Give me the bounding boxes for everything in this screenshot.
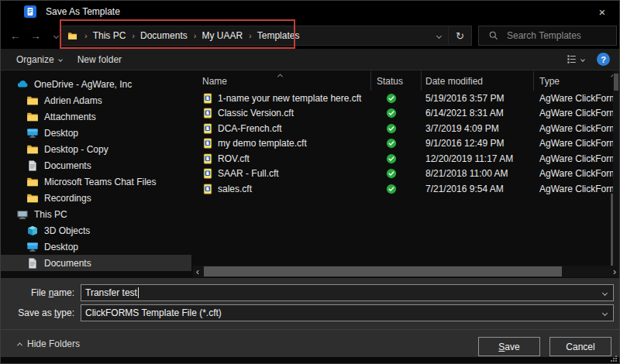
sidebar-item[interactable]: Attachments bbox=[1, 108, 191, 125]
date-modified: 3/7/2019 4:09 PM bbox=[422, 123, 534, 134]
sidebar-item[interactable]: Documents bbox=[1, 157, 191, 173]
sidebar-item[interactable]: Documents bbox=[1, 255, 191, 271]
synced-status-icon bbox=[386, 138, 397, 149]
breadcrumb-item[interactable]: This PC bbox=[93, 30, 126, 41]
breadcrumb-item[interactable]: Documents bbox=[140, 30, 188, 41]
date-modified: 8/21/2018 11:00 AM bbox=[422, 168, 534, 179]
horizontal-scrollbar-thumb[interactable] bbox=[204, 266, 562, 276]
sidebar-item-label: OneDrive - AgWare, Inc bbox=[34, 79, 132, 90]
file-name: DCA-French.cft bbox=[218, 123, 282, 134]
organize-button[interactable]: Organize bbox=[1, 49, 70, 70]
column-header-name[interactable]: Name bbox=[193, 71, 371, 91]
horizontal-scrollbar[interactable]: ‹ › bbox=[193, 266, 619, 277]
cft-file-icon bbox=[202, 123, 213, 134]
file-type: AgWare ClickForm... bbox=[534, 138, 613, 149]
sidebar-item[interactable]: Recordings bbox=[1, 190, 191, 206]
cft-file-icon bbox=[202, 108, 213, 118]
cft-file-icon bbox=[202, 153, 213, 164]
text-cursor bbox=[138, 287, 139, 298]
synced-status-icon bbox=[386, 93, 397, 104]
table-row[interactable]: Classic Version.cft 6/14/2021 8:31 AM Ag… bbox=[193, 106, 613, 122]
breadcrumb-item[interactable]: Templates bbox=[257, 30, 300, 41]
scroll-right-icon[interactable]: › bbox=[610, 266, 619, 277]
date-modified: 7/21/2016 9:54 AM bbox=[422, 184, 534, 194]
table-row[interactable]: sales.cft 7/21/2016 9:54 AM AgWare Click… bbox=[193, 181, 613, 197]
column-header-type[interactable]: Type bbox=[534, 71, 615, 91]
breadcrumb-separator: › bbox=[249, 31, 252, 40]
search-box[interactable] bbox=[478, 26, 617, 46]
column-header-date-modified[interactable]: Date modified bbox=[422, 71, 534, 91]
synced-status-icon bbox=[386, 153, 397, 164]
table-row[interactable]: ROV.cft 12/20/2019 11:17 AM AgWare Click… bbox=[193, 151, 613, 167]
help-button[interactable]: ? bbox=[597, 53, 610, 66]
window-title: Save As Template bbox=[46, 6, 120, 17]
column-header-status[interactable]: Status bbox=[371, 71, 422, 91]
file-name: Classic Version.cft bbox=[218, 108, 294, 118]
address-bar[interactable]: › This PC › Documents › My UAAR › bbox=[60, 26, 472, 46]
file-type: AgWare ClickForm... bbox=[534, 168, 613, 179]
cancel-button[interactable]: Cancel bbox=[549, 337, 611, 356]
date-modified: 12/20/2019 11:17 AM bbox=[422, 153, 534, 164]
sidebar-item[interactable]: Desktop bbox=[1, 239, 191, 255]
synced-status-icon bbox=[386, 184, 397, 194]
sidebar-item-icon bbox=[26, 143, 39, 156]
breadcrumb-item[interactable]: My UAAR bbox=[202, 30, 243, 41]
cft-file-icon bbox=[202, 93, 213, 104]
sidebar-item[interactable]: Adrien Adams bbox=[1, 92, 191, 108]
address-dropdown-chevron-icon[interactable] bbox=[429, 26, 448, 45]
save-options-panel: File name: Transfer test Save as type: C… bbox=[1, 278, 619, 329]
scroll-left-icon[interactable]: ‹ bbox=[193, 266, 202, 277]
app-icon bbox=[24, 5, 36, 18]
file-name: SAAR - Full.cft bbox=[218, 168, 279, 179]
change-view-button[interactable] bbox=[566, 53, 584, 65]
save-as-type-dropdown-chevron-icon[interactable] bbox=[602, 311, 608, 316]
sidebar-item-icon bbox=[26, 94, 39, 107]
cft-file-icon bbox=[202, 138, 213, 149]
new-folder-button[interactable]: New folder bbox=[70, 49, 129, 70]
file-name-input[interactable]: Transfer test bbox=[81, 284, 614, 301]
sidebar-item[interactable]: 3D Objects bbox=[1, 222, 191, 239]
file-name-value: Transfer test bbox=[85, 287, 137, 298]
forward-icon[interactable]: → bbox=[27, 26, 44, 45]
file-rows: 1-name your new template here.cft 5/19/2… bbox=[193, 91, 613, 266]
command-bar: Organize New folder ? bbox=[1, 49, 619, 70]
sidebar-item-label: Desktop bbox=[44, 128, 78, 139]
table-row[interactable]: SAAR - Full.cft 8/21/2018 11:00 AM AgWar… bbox=[193, 167, 613, 182]
back-icon[interactable]: ← bbox=[7, 26, 24, 45]
close-icon[interactable]: × bbox=[585, 1, 619, 22]
file-name-dropdown-chevron-icon[interactable] bbox=[602, 290, 608, 296]
sidebar-item-icon bbox=[26, 225, 39, 237]
resize-grip-icon[interactable] bbox=[610, 355, 618, 362]
search-input[interactable] bbox=[505, 29, 598, 42]
table-row[interactable]: my demo template.cft 9/1/2016 12:49 PM A… bbox=[193, 136, 613, 152]
save-as-type-value: ClickFORMS Template File (*.cft) bbox=[85, 307, 222, 318]
title-bar: Save As Template × bbox=[1, 1, 619, 22]
sidebar-item-label: Desktop - Copy bbox=[44, 144, 108, 155]
file-name: sales.cft bbox=[218, 184, 252, 194]
refresh-icon[interactable]: ↻ bbox=[448, 26, 471, 45]
file-type: AgWare ClickForm... bbox=[534, 93, 613, 104]
table-row[interactable]: 1-name your new template here.cft 5/19/2… bbox=[193, 91, 613, 106]
hide-folders-button[interactable]: Hide Folders bbox=[18, 338, 80, 349]
vertical-scrollbar[interactable] bbox=[613, 71, 619, 266]
synced-status-icon bbox=[386, 123, 397, 134]
details-view-icon bbox=[566, 53, 577, 65]
sidebar-item[interactable]: Desktop bbox=[1, 125, 191, 141]
save-as-type-select[interactable]: ClickFORMS Template File (*.cft) bbox=[81, 304, 614, 321]
sidebar-item[interactable]: Microsoft Teams Chat Files bbox=[1, 173, 191, 190]
vertical-scrollbar-thumb[interactable] bbox=[614, 74, 618, 91]
sidebar-item[interactable]: This PC bbox=[1, 206, 191, 222]
date-modified: 6/14/2021 8:31 AM bbox=[422, 108, 534, 118]
table-row[interactable]: DCA-French.cft 3/7/2019 4:09 PM AgWare C… bbox=[193, 121, 613, 136]
synced-status-icon bbox=[386, 108, 397, 118]
file-type: AgWare ClickForm... bbox=[534, 184, 613, 194]
file-type: AgWare ClickForm... bbox=[534, 123, 613, 134]
sidebar-item[interactable]: Desktop - Copy bbox=[1, 141, 191, 157]
sidebar-item[interactable]: OneDrive - AgWare, Inc bbox=[1, 76, 191, 92]
save-button[interactable]: Save bbox=[478, 337, 540, 356]
footer-bar: Hide Folders Save Cancel bbox=[1, 329, 619, 359]
breadcrumb-separator: › bbox=[84, 31, 88, 40]
sidebar-item-label: Documents bbox=[44, 160, 91, 171]
file-list: Name Status Date modified Type 1-name yo… bbox=[193, 71, 619, 278]
breadcrumb-folder-icon bbox=[67, 31, 78, 41]
